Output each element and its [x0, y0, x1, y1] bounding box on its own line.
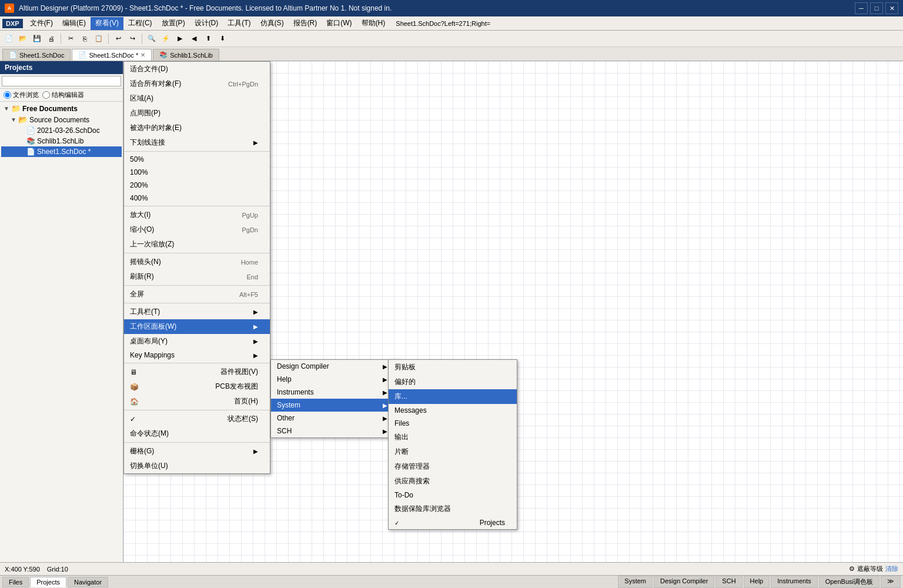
- tb-redo[interactable]: ↪: [126, 32, 139, 45]
- view-50[interactable]: 50%: [124, 153, 270, 166]
- canvas-area[interactable]: 适合文件(D) 适合所有对象(F) Ctrl+PgDn 区域(A) 点周围(P)…: [123, 61, 903, 562]
- menu-place[interactable]: 放置(P): [157, 17, 190, 30]
- minimize-button[interactable]: ─: [855, 2, 868, 14]
- view-cmd-status[interactable]: 命令状态(M): [124, 426, 270, 441]
- tree-sheet1[interactable]: 📄 Sheet1.SchDoc *: [1, 146, 122, 157]
- view-home[interactable]: 🏠 首页(H): [124, 394, 270, 409]
- sys-output[interactable]: 输出: [389, 430, 517, 445]
- bottom-tab-design-compiler[interactable]: Design Compiler: [654, 576, 714, 588]
- view-fit-all[interactable]: 适合所有对象(F) Ctrl+PgDn: [124, 76, 270, 91]
- menu-design[interactable]: 设计(D): [190, 17, 223, 30]
- sys-files[interactable]: Files: [389, 417, 517, 430]
- view-selected[interactable]: 被选中的对象(E): [124, 121, 270, 135]
- menu-project[interactable]: 工程(C): [123, 17, 157, 30]
- view-400[interactable]: 400%: [124, 192, 270, 205]
- tb-b3[interactable]: ◀: [188, 32, 200, 45]
- wp-system[interactable]: System ▶: [271, 399, 399, 412]
- menu-window[interactable]: 窗口(W): [322, 17, 356, 30]
- sys-todo[interactable]: To-Do: [389, 489, 517, 502]
- view-grid[interactable]: 栅格(G) ▶: [124, 444, 270, 459]
- tree-source-docs[interactable]: ▼ 📂 Source Documents: [1, 114, 122, 125]
- bottom-tab-instruments[interactable]: Instruments: [771, 576, 817, 588]
- tb-b1[interactable]: ⚡: [159, 32, 172, 45]
- sys-snippet[interactable]: 片断: [389, 445, 517, 459]
- view-pan[interactable]: 摇镜头(N) Home: [124, 255, 270, 269]
- bottom-tab-openbusi[interactable]: OpenBusi调色板: [819, 576, 879, 588]
- option-file-browse[interactable]: 文件浏览: [4, 91, 39, 99]
- menu-edit[interactable]: 编辑(E): [58, 17, 91, 30]
- tb-b4[interactable]: ⬆: [202, 32, 215, 45]
- view-statusbar[interactable]: ✓ 状态栏(S): [124, 412, 270, 426]
- wp-design-compiler[interactable]: Design Compiler ▶: [271, 360, 399, 373]
- menu-report[interactable]: 报告(R): [289, 17, 322, 30]
- sys-messages[interactable]: Messages: [389, 404, 517, 417]
- view-zoom-out[interactable]: 缩小(O) PgDn: [124, 222, 270, 237]
- maximize-button[interactable]: □: [870, 2, 883, 14]
- sys-supplier-search[interactable]: 供应商搜索: [389, 474, 517, 489]
- option-struct-edit[interactable]: 结构编辑器: [42, 91, 84, 99]
- dxp-button[interactable]: DXP: [2, 19, 23, 28]
- view-device-view[interactable]: 🖥 器件视图(V): [124, 365, 270, 379]
- bottom-tab-files[interactable]: Files: [2, 577, 29, 587]
- view-last-zoom[interactable]: 上一次缩放(Z): [124, 237, 270, 252]
- view-workspace-panel[interactable]: 工作区面板(W) ▶: [124, 319, 270, 334]
- view-fullscreen[interactable]: 全屏 Alt+F5: [124, 287, 270, 302]
- bottom-tab-navigator[interactable]: Navigator: [68, 577, 108, 587]
- tb-paste[interactable]: 📋: [92, 32, 105, 45]
- view-200[interactable]: 200%: [124, 179, 270, 192]
- tab-close-2[interactable]: ✕: [141, 52, 145, 58]
- sys-preferences[interactable]: 偏好的: [389, 375, 517, 389]
- tb-new[interactable]: 📄: [2, 32, 15, 45]
- menu-help[interactable]: 帮助(H): [357, 17, 390, 30]
- view-toggle-unit[interactable]: 切换单位(U): [124, 459, 270, 473]
- view-refresh[interactable]: 刷新(R) End: [124, 269, 270, 284]
- tree-schdoc-2021[interactable]: 📄 2021-03-26.SchDoc: [1, 125, 122, 136]
- tree-free-docs[interactable]: ▼ 📁 Free Documents: [1, 103, 122, 114]
- view-toolbar[interactable]: 工具栏(T) ▶: [124, 305, 270, 319]
- tab-sheet1-2[interactable]: 📄 Sheet1.SchDoc * ✕: [72, 49, 152, 61]
- close-button[interactable]: ✕: [885, 2, 898, 14]
- view-region[interactable]: 区域(A): [124, 91, 270, 106]
- view-100[interactable]: 100%: [124, 166, 270, 179]
- wp-sch[interactable]: SCH ▶: [271, 425, 399, 437]
- view-zoom-in[interactable]: 放大(I) PgUp: [124, 208, 270, 222]
- panel-search-input[interactable]: [2, 76, 121, 86]
- view-underline[interactable]: 下划线连接 ▶: [124, 135, 270, 150]
- bottom-tab-help[interactable]: Help: [744, 576, 770, 588]
- tb-copy[interactable]: ⎘: [78, 32, 91, 45]
- tb-zoom-in[interactable]: 🔍: [145, 32, 158, 45]
- tb-save[interactable]: 💾: [31, 32, 44, 45]
- tb-cut[interactable]: ✂: [64, 32, 77, 45]
- wp-help[interactable]: Help ▶: [271, 373, 399, 386]
- tb-print[interactable]: 🖨: [45, 32, 58, 45]
- sys-projects[interactable]: ✓ Projects: [389, 516, 517, 529]
- view-fit-doc[interactable]: 适合文件(D): [124, 62, 270, 76]
- statusbar-clear[interactable]: 清除: [885, 564, 898, 573]
- view-key-mappings[interactable]: Key Mappings ▶: [124, 349, 270, 362]
- bottom-tab-projects[interactable]: Projects: [30, 577, 66, 587]
- sys-storage[interactable]: 存储管理器: [389, 459, 517, 474]
- tb-open[interactable]: 📂: [16, 32, 29, 45]
- tb-undo[interactable]: ↩: [112, 32, 125, 45]
- bottom-tab-sch[interactable]: SCH: [715, 576, 742, 588]
- view-pcb-release[interactable]: 📦 PCB发布视图: [124, 379, 270, 394]
- wp-other[interactable]: Other ▶: [271, 412, 399, 425]
- tab-schlib[interactable]: 📚 Schlib1.SchLib: [153, 49, 219, 61]
- menu-view[interactable]: 察看(V): [91, 17, 123, 30]
- tb-b5[interactable]: ⬇: [216, 32, 229, 45]
- menu-tools[interactable]: 工具(T): [223, 17, 255, 30]
- sys-clipboard[interactable]: 剪贴板: [389, 360, 517, 375]
- menu-file[interactable]: 文件(F): [25, 17, 58, 30]
- bottom-tabs: Files Projects Navigator System Design C…: [0, 575, 903, 588]
- tb-b2[interactable]: ▶: [173, 32, 186, 45]
- sys-library[interactable]: 库...: [389, 389, 517, 404]
- wp-instruments[interactable]: Instruments ▶: [271, 386, 399, 399]
- bottom-tab-arrow[interactable]: ≫: [881, 576, 901, 588]
- menu-simulate[interactable]: 仿真(S): [256, 17, 289, 30]
- tree-schlib1[interactable]: 📚 Schlib1.SchLib: [1, 136, 122, 146]
- view-around-point[interactable]: 点周围(P): [124, 106, 270, 121]
- view-desktop-layout[interactable]: 桌面布局(Y) ▶: [124, 334, 270, 349]
- sys-vault-browser[interactable]: 数据保险库浏览器: [389, 502, 517, 516]
- bottom-tab-system[interactable]: System: [618, 576, 653, 588]
- tab-sheet1-1[interactable]: 📄 Sheet1.SchDoc: [2, 49, 71, 61]
